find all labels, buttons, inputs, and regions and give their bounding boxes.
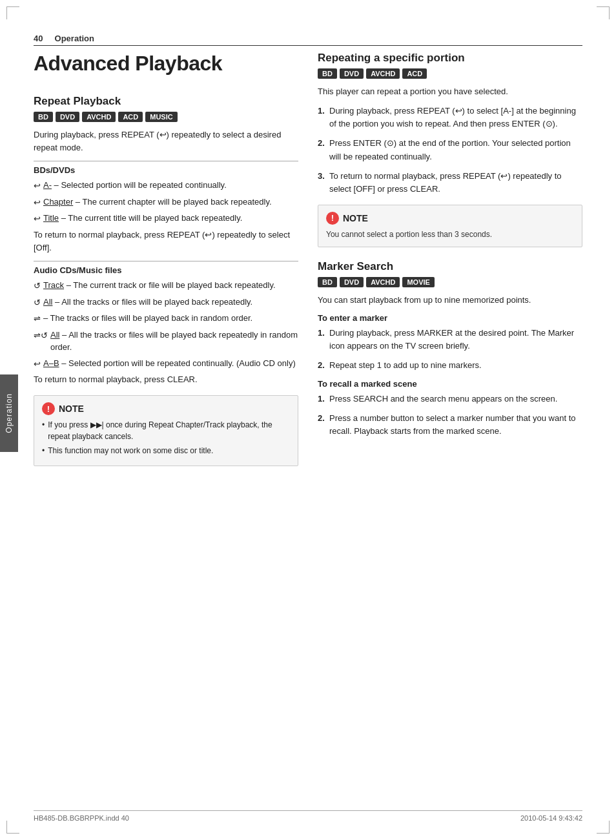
shuffle-icon: ⇌ [34, 312, 41, 325]
footer-left: HB485-DB.BGBRPPK.indd 40 [34, 814, 129, 822]
item-text-all: All – All the tracks or files will be pl… [43, 296, 252, 309]
marker-intro: You can start playback from up to nine m… [318, 294, 582, 307]
recall-step-text-1: Press SEARCH and the search menu appears… [329, 393, 582, 405]
badge-dvd: DVD [56, 112, 79, 122]
corner-br [597, 821, 610, 834]
list-item: ↩ A–B – Selected portion will be repeate… [34, 357, 298, 371]
enter-step-1: 1. During playback, press MARKER at the … [318, 327, 582, 353]
list-item: ⇌ – The tracks or files will be played b… [34, 312, 298, 325]
left-column: Advanced Playback Repeat Playback BD DVD… [34, 52, 298, 473]
recall-marker-subsection: To recall a marked scene 1. Press SEARCH… [318, 379, 582, 438]
enter-marker-subsection: To enter a marker 1. During playback, pr… [318, 313, 582, 372]
page-number: 40 [34, 34, 43, 43]
item-text-1: A- – Selected portion will be repeated c… [43, 179, 227, 192]
recall-step-num-2: 2. [318, 412, 329, 438]
note-dot-1: • [42, 419, 45, 442]
page-section-spacer [45, 34, 52, 43]
audio-footer: To return to normal playback, press CLEA… [34, 373, 298, 386]
badge-avchd: AVCHD [82, 112, 116, 122]
enter-step-text-2: Repeat step 1 to add up to nine markers. [329, 359, 582, 372]
step-num-2: 2. [318, 137, 329, 163]
item-text-ab: A–B – Selected portion will be repeated … [43, 357, 296, 370]
note-icon-left: ! [42, 402, 55, 415]
note-box-left: ! NOTE • If you press ▶▶| once during Re… [34, 395, 298, 466]
list-item: ↩ Title – The current title will be play… [34, 212, 298, 225]
note-icon-right-top: ! [326, 212, 339, 225]
enter-step-text-1: During playback, press MARKER at the des… [329, 327, 582, 353]
badge-avchd-m: AVCHD [366, 277, 400, 287]
divider-bds [34, 161, 298, 161]
repeating-heading: Repeating a specific portion [318, 52, 582, 65]
note-header-right-top: ! NOTE [326, 212, 574, 225]
note-title-right-top: NOTE [343, 213, 368, 223]
keyword-chapter: Chapter [43, 197, 73, 207]
step-text-3: To return to normal playback, press REPE… [329, 170, 582, 196]
step-text-1: During playback, press REPEAT (↩) to sel… [329, 105, 582, 130]
badge-bd-r: BD [318, 68, 337, 79]
repeating-steps: 1. During playback, press REPEAT (↩) to … [318, 105, 582, 196]
footer-right: 2010-05-14 9:43:42 [520, 814, 582, 822]
columns: Advanced Playback Repeat Playback BD DVD… [34, 52, 582, 473]
item-text-3: Title – The current title will be played… [43, 212, 242, 225]
repeat-icon-2: ↩ [34, 196, 41, 209]
page-header: 40 Operation [34, 34, 94, 43]
page-section-label: Operation [55, 34, 94, 43]
enter-step-num-1: 1. [318, 327, 329, 353]
badge-movie-m: MOVIE [402, 277, 434, 287]
repeating-section: Repeating a specific portion BD DVD AVCH… [318, 52, 582, 247]
footer-text: HB485-DB.BGBRPPK.indd 40 2010-05-14 9:43… [34, 814, 582, 822]
repeating-step-3: 3. To return to normal playback, press R… [318, 170, 582, 196]
keyword-title: Title [43, 213, 59, 223]
list-item: ↩ A- – Selected portion will be repeated… [34, 179, 298, 192]
list-item: ⇌↺ All – All the tracks or files will be… [34, 329, 298, 354]
repeat-icon-3: ↩ [34, 212, 41, 225]
audio-cds-heading: Audio CDs/Music files [34, 265, 298, 275]
badge-dvd-r: DVD [340, 68, 364, 79]
item-text-shuffle: – The tracks or files will be played bac… [43, 312, 252, 325]
marker-search-section: Marker Search BD DVD AVCHD MOVIE You can… [318, 260, 582, 438]
main-title: Advanced Playback [34, 52, 298, 76]
marker-badges: BD DVD AVCHD MOVIE [318, 277, 582, 287]
badge-acd: ACD [118, 112, 143, 122]
recall-step-2: 2. Press a number button to select a mar… [318, 412, 582, 438]
badge-bd-m: BD [318, 277, 337, 287]
note-header-left: ! NOTE [42, 402, 290, 415]
item-text-shuffle-all: All – All the tracks or files will be pl… [50, 329, 298, 354]
enter-step-2: 2. Repeat step 1 to add up to nine marke… [318, 359, 582, 372]
badge-avchd-r: AVCHD [366, 68, 400, 79]
note-box-right-top: ! NOTE You cannot select a portion less … [318, 205, 582, 247]
ab-icon: ↩ [34, 358, 41, 371]
repeating-step-2: 2. Press ENTER (⊙) at the end of the por… [318, 137, 582, 163]
badge-music: MUSIC [145, 112, 177, 122]
repeat-playback-heading: Repeat Playback [34, 95, 298, 108]
page-container: 40 Operation Operation Advanced Playback… [0, 0, 616, 840]
repeating-intro: This player can repeat a portion you hav… [318, 85, 582, 98]
step-num-1: 1. [318, 105, 329, 130]
recall-step-1: 1. Press SEARCH and the search menu appe… [318, 393, 582, 405]
note-text-right-top: You cannot select a portion less than 3 … [326, 229, 574, 240]
repeat-intro: During playback, press REPEAT (↩) repeat… [34, 128, 298, 154]
keyword-a: A- [43, 180, 52, 190]
enter-marker-heading: To enter a marker [318, 313, 582, 323]
enter-marker-steps: 1. During playback, press MARKER at the … [318, 327, 582, 372]
item-text-track: Track – The current track or file will b… [43, 279, 276, 292]
keyword-ab: A–B [43, 358, 59, 368]
note-bullet-2: • This function may not work on some dis… [42, 445, 290, 456]
recall-step-num-1: 1. [318, 393, 329, 405]
repeating-step-1: 1. During playback, press REPEAT (↩) to … [318, 105, 582, 130]
keyword-all2: All [50, 330, 59, 340]
list-item: ↺ Track – The current track or file will… [34, 279, 298, 292]
note-text-2: This function may not work on some disc … [48, 445, 213, 456]
corner-bl [6, 821, 19, 834]
divider-audio [34, 261, 298, 261]
item-text-2: Chapter – The current chapter will be pl… [43, 196, 272, 209]
marker-heading: Marker Search [318, 260, 582, 273]
list-item: ↩ Chapter – The current chapter will be … [34, 196, 298, 209]
bds-dvds-heading: BDs/DVDs [34, 165, 298, 175]
recall-marker-heading: To recall a marked scene [318, 379, 582, 389]
corner-tr [597, 6, 610, 19]
badge-dvd-m: DVD [340, 277, 364, 287]
enter-step-num-2: 2. [318, 359, 329, 372]
note-title-left: NOTE [59, 404, 84, 414]
track-icon: ↺ [34, 280, 41, 292]
